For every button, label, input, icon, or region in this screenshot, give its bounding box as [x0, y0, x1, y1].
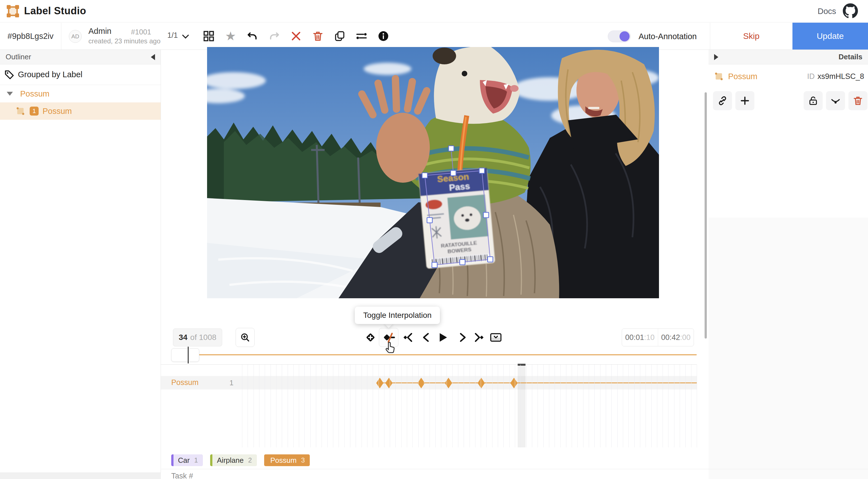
playhead-column[interactable]: [518, 365, 526, 447]
undo-button[interactable]: [246, 29, 259, 43]
reject-button[interactable]: [289, 29, 303, 43]
redo-button[interactable]: [268, 29, 281, 43]
hide-region-button[interactable]: [826, 91, 845, 110]
zoom-timeline-button[interactable]: [236, 328, 255, 347]
grid-line: [446, 364, 447, 447]
tree-group-possum[interactable]: Possum: [0, 85, 161, 102]
grid-line: [344, 364, 345, 447]
info-button[interactable]: [377, 29, 390, 43]
skip-button[interactable]: Skip: [710, 23, 793, 50]
keyframe-diamond[interactable]: [445, 378, 452, 388]
toggle-knob[interactable]: [620, 31, 629, 41]
grid-line: [384, 364, 384, 447]
seekbar[interactable]: [178, 354, 697, 355]
update-button[interactable]: Update: [793, 23, 868, 50]
previous-frame-button[interactable]: [420, 331, 433, 344]
total-time-frames: :00: [680, 333, 691, 342]
keyframe-diamond[interactable]: [478, 378, 485, 388]
grid-line: [430, 364, 430, 447]
frame-counter[interactable]: 34 of 1008: [173, 328, 222, 346]
selected-region-row[interactable]: Possum IDxs9mHLSC_8: [709, 68, 868, 85]
add-keyframe-button[interactable]: [364, 331, 377, 344]
collapse-panel-icon[interactable]: [714, 54, 718, 60]
grid-line: [662, 364, 663, 447]
grid-line: [395, 364, 396, 447]
timeline-grid[interactable]: [242, 364, 697, 447]
collapse-frames-button[interactable]: [489, 331, 502, 344]
docs-link[interactable]: Docs: [818, 7, 836, 16]
current-time[interactable]: 00:01:10: [622, 329, 658, 346]
region-row-possum[interactable]: 1 Possum: [0, 102, 161, 120]
grid-line: [390, 364, 390, 447]
annotation-pager: 1/1: [167, 31, 178, 40]
play-button[interactable]: [436, 331, 450, 344]
grid-line: [577, 364, 578, 447]
outliner-title: Outliner: [6, 53, 31, 61]
region-index-badge: 1: [30, 106, 39, 116]
grid-line: [458, 364, 458, 447]
grid-line: [537, 364, 538, 447]
track-count: 1: [229, 379, 234, 387]
grid-line: [600, 364, 600, 447]
seekbar-playhead[interactable]: [188, 347, 189, 363]
label-studio-logo-icon[interactable]: [6, 4, 20, 18]
top-app-bar: Label Studio Docs: [0, 0, 868, 22]
label-tag-car[interactable]: Car 1: [171, 454, 203, 466]
annotation-created: created, 23 minutes ago: [88, 37, 161, 45]
auto-annotation-label: Auto-Annotation: [639, 32, 697, 41]
video-frame[interactable]: Season Pass RATATOUILLE BOWERS: [207, 47, 659, 298]
annotation-id: #1001: [131, 28, 151, 36]
duplicate-annotation-button[interactable]: [333, 29, 346, 43]
delete-region-button[interactable]: [848, 91, 867, 110]
vertical-scrollbar[interactable]: [705, 92, 707, 339]
ground-truth-star-button[interactable]: ★: [224, 29, 237, 43]
link-region-button[interactable]: [713, 91, 732, 110]
region-id-value: xs9mHLSC_8: [817, 72, 864, 81]
region-box-icon: [16, 106, 25, 116]
chevron-down-icon[interactable]: [181, 32, 190, 41]
details-panel-rest: [709, 218, 868, 479]
expand-arrow-icon[interactable]: [7, 92, 13, 96]
add-relation-button[interactable]: [735, 91, 754, 110]
grid-line: [401, 364, 402, 447]
sidebar-bottom-strip: [0, 473, 161, 479]
label-color-bar: [171, 454, 174, 466]
grid-line: [481, 364, 481, 447]
total-time: 00:42:00: [658, 329, 694, 346]
tag-icon: [4, 69, 14, 80]
toggle-track[interactable]: [608, 31, 631, 42]
label-hotkey: 2: [248, 456, 252, 464]
region-label: Possum: [728, 72, 757, 81]
group-by-selector[interactable]: Grouped by Label: [0, 64, 161, 85]
grid-top-border: [161, 364, 242, 364]
keyframe-diamond[interactable]: [385, 378, 393, 388]
tooltip: Toggle Interpolation: [355, 307, 440, 324]
label-tag-airplane[interactable]: Airplane 2: [210, 454, 257, 466]
annotator-name: Admin: [88, 27, 112, 36]
grid-line: [606, 364, 606, 447]
keyframe-diamond[interactable]: [376, 378, 383, 388]
details-panel: Details Possum IDxs9mHLSC_8: [709, 50, 868, 479]
grid-line: [628, 364, 629, 447]
next-frame-button[interactable]: [456, 331, 469, 344]
playhead-tick[interactable]: [518, 364, 526, 366]
task-id: #9pb8Lgs2iv: [0, 23, 61, 50]
label-tag-possum[interactable]: Possum 3: [264, 454, 310, 466]
magnifier-plus-icon: [240, 332, 250, 343]
grid-line: [594, 364, 595, 447]
views-grid-button[interactable]: [202, 29, 215, 43]
total-time-main: 00:42: [661, 333, 680, 342]
github-icon[interactable]: [843, 3, 858, 19]
collapse-panel-icon[interactable]: [151, 54, 155, 60]
previous-keyframe-button[interactable]: [402, 331, 415, 344]
seekbar-viewport-handle[interactable]: [171, 348, 199, 362]
next-keyframe-button[interactable]: [472, 331, 485, 344]
auto-annotation-toggle[interactable]: Auto-Annotation: [608, 31, 697, 42]
delete-annotation-button[interactable]: [311, 29, 324, 43]
keyframe-diamond[interactable]: [510, 378, 518, 388]
region-actions: [709, 91, 868, 111]
settings-sliders-button[interactable]: [355, 29, 368, 43]
label-hotkey: 3: [301, 456, 305, 464]
lock-region-button[interactable]: [804, 91, 823, 110]
label-color-bar: [210, 454, 212, 466]
